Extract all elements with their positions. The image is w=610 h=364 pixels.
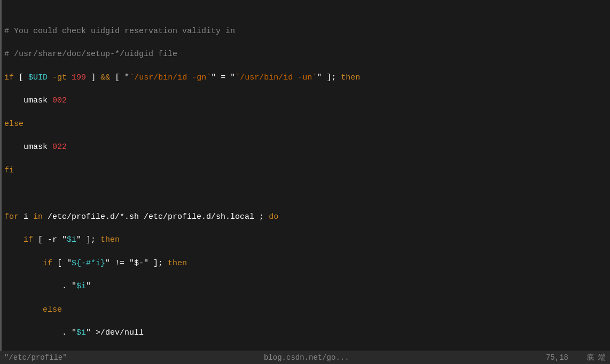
line-2: # /usr/share/doc/setup-*/uidgid file [4,49,606,60]
status-position: 75,18 底 端 [546,352,606,363]
status-website: blog.csdn.net/go... [264,352,349,363]
line-1: # You could check uidgid reservation val… [4,26,606,37]
left-border [0,0,2,351]
status-filename: "/etc/profile" [4,352,67,363]
status-bar: "/etc/profile" blog.csdn.net/go... 75,18… [0,351,610,364]
line-14: . "$i" >/dev/null [4,327,606,339]
line-7: fi [4,165,606,177]
code-content[interactable]: # You could check uidgid reservation val… [0,2,610,364]
line-11: if [ "${-#*i}" != "$-" ]; then [4,258,606,270]
line-12: . "$i" [4,281,606,292]
line-4: umask 002 [4,95,606,107]
line-9: for i in /etc/profile.d/*.sh /etc/profil… [4,211,606,223]
line-8 [4,188,606,200]
line-3: if [ $UID -gt 199 ] && [ "`/usr/bin/id -… [4,72,606,84]
line-10: if [ -r "$i" ]; then [4,234,606,246]
line-6: umask 022 [4,141,606,153]
line-13: else [4,304,606,316]
line-5: else [4,118,606,130]
editor-window: # You could check uidgid reservation val… [0,0,610,364]
